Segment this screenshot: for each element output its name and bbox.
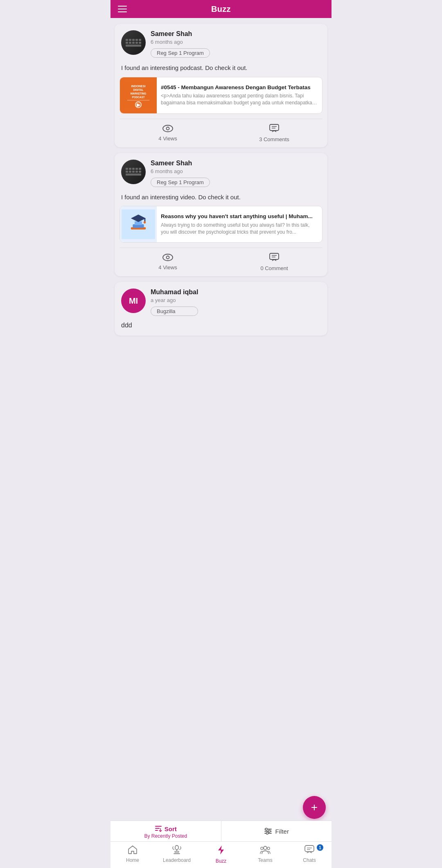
nav-label-leaderboard: Leaderboard — [163, 857, 191, 863]
svg-rect-36 — [175, 851, 179, 852]
chats-icon — [304, 845, 314, 856]
link-title: Reasons why you haven't start anything u… — [161, 213, 318, 220]
comments-count: 3 Comments — [259, 136, 289, 142]
menu-button[interactable] — [118, 6, 127, 12]
post-header: Sameer Shah 6 months ago Reg Sep 1 Progr… — [115, 24, 327, 62]
post-meta: Muhamad iqbal a year ago Bugzilla — [151, 289, 198, 316]
link-desc: Always trying to do something useful but… — [161, 222, 318, 236]
link-desc: <p>Anda tahu kalau awareness sangat pent… — [161, 92, 318, 106]
link-info: Reasons why you haven't start anything u… — [157, 206, 322, 242]
post-time: 6 months ago — [151, 168, 210, 174]
avatar — [121, 160, 146, 184]
eye-icon — [162, 125, 173, 134]
svg-point-19 — [144, 221, 146, 223]
nav-label-buzz: Buzz — [216, 858, 227, 864]
views-stat[interactable]: 4 Views — [115, 254, 221, 271]
comments-count: 0 Comment — [260, 265, 288, 271]
post-link-card[interactable]: Reasons why you haven't start anything u… — [120, 206, 322, 243]
post-meta: Sameer Shah 6 months ago Reg Sep 1 Progr… — [151, 160, 210, 187]
svg-text:PODCAST: PODCAST — [132, 96, 144, 99]
sort-label: Sort — [165, 825, 177, 832]
svg-text:DIGITAL: DIGITAL — [133, 88, 144, 91]
svg-point-41 — [267, 847, 270, 850]
svg-point-20 — [163, 254, 173, 261]
post-header: MI Muhamad iqbal a year ago Bugzilla — [115, 282, 327, 320]
post-body: I found an interesting podcast. Do check… — [115, 62, 327, 77]
post-header: Sameer Shah 6 months ago Reg Sep 1 Progr… — [115, 153, 327, 191]
post-card: MI Muhamad iqbal a year ago Bugzilla ddd — [115, 282, 327, 336]
post-stats: 4 Views 0 Comment — [115, 248, 327, 276]
avatar — [121, 30, 146, 55]
chats-badge: 1 — [317, 844, 323, 851]
nav-label-chats: Chats — [303, 857, 316, 863]
nav-bar: Home Leaderboard — [110, 841, 332, 868]
app-header: Buzz — [110, 0, 332, 18]
link-thumbnail — [120, 206, 157, 242]
nav-label-teams: Teams — [258, 857, 272, 863]
svg-point-40 — [261, 847, 263, 850]
nav-item-leaderboard[interactable]: Leaderboard — [155, 845, 199, 864]
link-thumbnail: INDONESI DIGITAL MARKETING PODCAST ▶ — [120, 77, 157, 113]
views-count: 4 Views — [158, 135, 177, 142]
buzz-icon — [216, 845, 226, 857]
post-card: Sameer Shah 6 months ago Reg Sep 1 Progr… — [115, 153, 327, 277]
filter-button[interactable]: Filter — [221, 822, 332, 840]
nav-item-teams[interactable]: Teams — [243, 845, 287, 864]
avatar: MI — [121, 289, 146, 313]
svg-rect-42 — [305, 845, 314, 852]
svg-rect-10 — [270, 124, 279, 131]
svg-point-9 — [167, 127, 169, 130]
post-stats: 4 Views 3 Comments — [115, 119, 327, 147]
create-post-button[interactable]: + — [303, 796, 326, 819]
teams-icon — [260, 845, 271, 856]
svg-text:MARKETING: MARKETING — [131, 92, 147, 95]
post-author: Muhamad iqbal — [151, 289, 198, 296]
svg-rect-25 — [155, 826, 162, 827]
nav-item-buzz[interactable]: Buzz — [199, 845, 243, 864]
comments-stat[interactable]: 3 Comments — [221, 124, 327, 142]
svg-rect-27 — [155, 830, 158, 831]
views-stat[interactable]: 4 Views — [115, 125, 221, 142]
svg-marker-38 — [218, 845, 224, 854]
leaderboard-icon — [172, 845, 182, 856]
nav-item-chats[interactable]: 1 Chats — [287, 845, 332, 864]
comments-stat[interactable]: 0 Comment — [221, 253, 327, 271]
svg-point-31 — [265, 828, 267, 830]
nav-label-home: Home — [126, 857, 139, 863]
post-tag[interactable]: Reg Sep 1 Program — [151, 178, 210, 187]
sort-sub-label: By Recently Posted — [144, 833, 187, 839]
svg-point-21 — [167, 256, 169, 259]
post-author: Sameer Shah — [151, 30, 210, 38]
feed-container: Sameer Shah 6 months ago Reg Sep 1 Progr… — [110, 18, 332, 385]
sort-button[interactable]: Sort By Recently Posted — [110, 821, 221, 841]
eye-icon — [162, 254, 173, 263]
post-tag[interactable]: Bugzilla — [151, 307, 198, 316]
link-info: #0545 - Membangun Awareness Dengan Budge… — [157, 77, 322, 113]
home-icon — [128, 845, 138, 856]
views-count: 4 Views — [158, 264, 177, 271]
post-time: 6 months ago — [151, 39, 210, 45]
sort-filter-bar: Sort By Recently Posted Filter — [110, 821, 332, 841]
svg-text:INDONESI: INDONESI — [131, 84, 145, 88]
link-title: #0545 - Membangun Awareness Dengan Budge… — [161, 84, 318, 91]
bottom-bar: Sort By Recently Posted Filter H — [110, 821, 332, 868]
svg-point-32 — [268, 830, 270, 832]
comment-icon — [269, 124, 279, 135]
nav-item-home[interactable]: Home — [110, 845, 155, 864]
post-tag[interactable]: Reg Sep 1 Program — [151, 48, 210, 58]
svg-point-39 — [264, 846, 267, 850]
post-body: ddd — [115, 320, 327, 336]
svg-point-8 — [163, 125, 173, 132]
filter-label: Filter — [275, 828, 289, 835]
svg-rect-26 — [155, 828, 160, 829]
post-author: Sameer Shah — [151, 160, 210, 167]
svg-rect-34 — [175, 845, 178, 850]
page-title: Buzz — [211, 5, 231, 14]
comment-icon — [269, 253, 279, 264]
svg-rect-22 — [270, 253, 279, 259]
post-time: a year ago — [151, 297, 198, 303]
post-meta: Sameer Shah 6 months ago Reg Sep 1 Progr… — [151, 30, 210, 58]
svg-point-33 — [266, 832, 268, 834]
svg-rect-5 — [127, 99, 150, 100]
post-link-card[interactable]: INDONESI DIGITAL MARKETING PODCAST ▶ #05… — [120, 77, 322, 114]
